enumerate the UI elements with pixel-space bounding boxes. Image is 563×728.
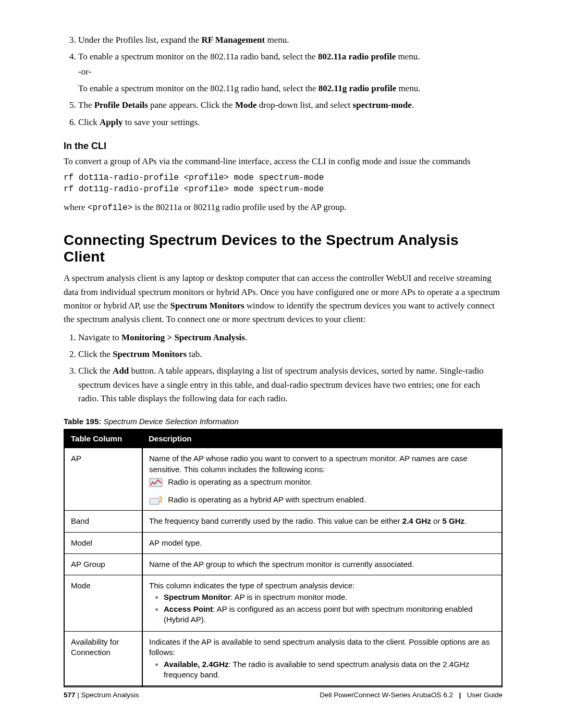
text: Click the [78, 349, 113, 359]
cell-col1: Model [64, 532, 142, 553]
text: or [431, 516, 443, 525]
steps-section: Navigate to Monitoring > Spectrum Analys… [64, 331, 503, 406]
text: is the 80211a or 80211g radio profile us… [132, 202, 346, 212]
step-4: To enable a spectrum monitor on the 802.… [78, 50, 503, 95]
step-4-alt: To enable a spectrum monitor on the 802.… [78, 82, 503, 95]
step-2: Click the Spectrum Monitors tab. [78, 348, 503, 361]
text: . [464, 516, 467, 525]
text: Click [78, 117, 100, 127]
table-caption: Table 195: Spectrum Device Selection Inf… [64, 417, 503, 426]
list-item: Spectrum Monitor: AP is in spectrum moni… [164, 592, 495, 602]
text: Indicates if the AP is available to send… [149, 637, 495, 658]
cell-col2: The frequency band currently used by the… [142, 511, 502, 532]
bold: 5 GHz [443, 516, 465, 525]
bold: Spectrum Monitor [164, 593, 230, 601]
cell-col1: Band [64, 511, 142, 532]
text: tab. [187, 349, 202, 359]
cell-col2: Name of the AP group to which the spectr… [142, 553, 502, 575]
bold: Mode [235, 100, 257, 110]
step-6: Click Apply to save your settings. [78, 116, 503, 129]
bold: Profile Details [94, 100, 148, 110]
section-intro: A spectrum analysis client is any laptop… [64, 272, 503, 326]
hybrid-ap-icon [149, 496, 163, 505]
bold: 802.11a radio profile [318, 52, 396, 61]
text: pane appears. Click the [148, 100, 235, 110]
text: drop-down list, and select [256, 100, 352, 110]
bold: Apply [100, 117, 123, 127]
cell-col2: This column indicates the type of spectr… [142, 575, 502, 632]
text: . [412, 100, 414, 110]
text: Navigate to [78, 332, 121, 342]
header-column-1: Table Column [64, 429, 142, 448]
text: : AP is in spectrum monitor mode. [230, 593, 347, 601]
text: This column indicates the type of spectr… [149, 581, 495, 591]
caption-title: Spectrum Device Selection Information [101, 417, 238, 426]
footer-left: 577 | Spectrum Analysis [64, 691, 139, 699]
table-row: Band The frequency band currently used b… [64, 511, 502, 532]
section-title: Connecting Spectrum Devices to the Spect… [64, 232, 503, 265]
step-3: Under the Profiles list, expand the RF M… [78, 33, 503, 47]
table-row: Mode This column indicates the type of s… [64, 575, 502, 632]
icon-line-2: Radio is operating as a hybrid AP with s… [149, 495, 495, 505]
step-3: Click the Add button. A table appears, d… [78, 364, 503, 405]
footer-chapter: Spectrum Analysis [81, 691, 139, 699]
table-row: AP Name of the AP whose radio you want t… [64, 448, 502, 511]
footer-sep: | [457, 691, 463, 699]
bold: Monitoring > Spectrum Analysis [121, 332, 245, 342]
list-item: Available, 2.4GHz: The radio is availabl… [164, 659, 495, 681]
cell-col1: AP [64, 448, 142, 511]
text: Radio is operating as a hybrid AP with s… [168, 495, 366, 504]
table-row: AP Group Name of the AP group to which t… [64, 553, 502, 575]
mode-list: Spectrum Monitor: AP is in spectrum moni… [149, 592, 495, 625]
bold: spectrum-mode [353, 100, 412, 110]
header-column-2: Description [142, 429, 502, 448]
cli-where: where <profile> is the 80211a or 80211g … [64, 201, 503, 215]
list-item: Access Point: AP is configured as an acc… [164, 604, 495, 625]
caption-label: Table 195: [64, 417, 101, 426]
table-header-row: Table Column Description [64, 429, 502, 448]
cell-col2: Indicates if the AP is available to send… [142, 632, 502, 687]
icon-line-1: Radio is operating as a spectrum monitor… [149, 477, 495, 487]
cli-heading: In the CLI [64, 141, 503, 152]
footer-product: Dell PowerConnect W-Series ArubaOS 6.2 [320, 691, 453, 699]
footer-guide: User Guide [467, 691, 503, 699]
bold: RF Management [202, 35, 265, 45]
bold: 802.11g radio profile [319, 83, 396, 93]
text: The [78, 100, 94, 110]
page-footer: 577 | Spectrum Analysis Dell PowerConnec… [64, 685, 503, 699]
bold: Spectrum Monitors [170, 301, 244, 311]
text: The frequency band currently used by the… [149, 516, 402, 525]
text: . [245, 332, 247, 342]
text: To enable a spectrum monitor on the 802.… [78, 52, 318, 61]
cli-intro: To convert a group of APs via the comman… [64, 155, 503, 168]
text: Radio is operating as a spectrum monitor… [168, 477, 312, 486]
step-5: The Profile Details pane appears. Click … [78, 98, 503, 112]
table-row: Model AP model type. [64, 532, 502, 553]
cell-col1: Availability for Connection [64, 632, 142, 687]
text: Click the [78, 366, 113, 376]
text: To enable a spectrum monitor on the 802.… [78, 83, 319, 93]
text: menu. [265, 35, 289, 45]
cell-col2: AP model type. [142, 532, 502, 553]
page-number: 577 [64, 691, 76, 699]
steps-top: Under the Profiles list, expand the RF M… [64, 33, 503, 129]
step-1: Navigate to Monitoring > Spectrum Analys… [78, 331, 503, 344]
footer-bar: | [76, 691, 81, 699]
svg-rect-1 [150, 498, 159, 504]
bold: Spectrum Monitors [113, 349, 187, 359]
text: Under the Profiles list, expand the [78, 35, 202, 45]
bold: 2.4 GHz [402, 516, 431, 525]
text: to save your settings. [123, 117, 200, 127]
text: where [64, 202, 88, 212]
cli-code-block: rf dot11a-radio-profile <profile> mode s… [64, 172, 503, 195]
bold: Add [113, 366, 129, 376]
or-separator: -or- [78, 65, 503, 79]
text: button. A table appears, displaying a li… [78, 366, 484, 403]
footer-right: Dell PowerConnect W-Series ArubaOS 6.2 |… [320, 691, 503, 699]
inline-code: <profile> [88, 203, 132, 213]
spectrum-device-table: Table Column Description AP Name of the … [64, 429, 503, 687]
cell-col2: Name of the AP whose radio you want to c… [142, 448, 502, 511]
text: menu. [396, 83, 420, 93]
spectrum-monitor-icon [149, 478, 163, 487]
bold: Available, 2.4GHz [164, 660, 229, 669]
